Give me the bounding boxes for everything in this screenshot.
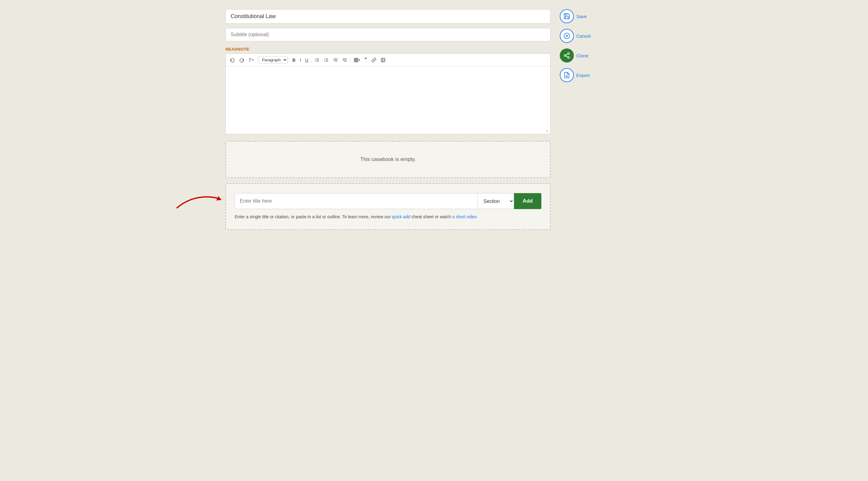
- quick-add-link[interactable]: quick add: [392, 214, 410, 219]
- svg-point-24: [382, 59, 383, 60]
- svg-point-10: [324, 60, 325, 60]
- export-icon-container: [560, 68, 574, 82]
- save-action[interactable]: Save: [560, 9, 587, 23]
- save-icon-container: [560, 9, 574, 23]
- editor-resize-handle: ⤡: [226, 128, 550, 134]
- clone-action[interactable]: Clone: [560, 49, 588, 63]
- clone-icon: [563, 52, 570, 59]
- editor-toolbar: T ✕ Paragraph Heading 1 Heading 2 Headin…: [226, 54, 550, 66]
- add-title-input[interactable]: [235, 193, 478, 209]
- toolbar-sep-1: [257, 57, 257, 63]
- cancel-icon: [563, 32, 570, 39]
- ordered-list-button[interactable]: 1. 2. 3.: [313, 56, 321, 64]
- bold-button[interactable]: B: [290, 56, 297, 64]
- svg-point-29: [568, 53, 569, 55]
- add-hint-text: Enter a single title or citation, or pas…: [235, 213, 541, 220]
- clear-format-button[interactable]: T ✕: [247, 56, 256, 64]
- svg-rect-18: [354, 58, 358, 62]
- svg-point-31: [568, 57, 569, 59]
- empty-casebook-text: This casebook is empty.: [360, 156, 415, 162]
- toolbar-sep-2: [289, 57, 289, 63]
- table-button[interactable]: ▾: [352, 56, 362, 64]
- hint-text-1: Enter a single title or citation, or pas…: [235, 214, 391, 219]
- italic-button[interactable]: I: [298, 56, 303, 64]
- sidebar: Save Cancel: [557, 6, 593, 475]
- editor-body[interactable]: [226, 66, 550, 128]
- save-label: Save: [576, 14, 587, 19]
- title-input[interactable]: [225, 9, 551, 24]
- image-button[interactable]: [379, 56, 388, 64]
- export-icon: [563, 72, 570, 78]
- svg-point-30: [564, 55, 566, 56]
- section-type-select[interactable]: Section Resource Temp: [478, 193, 514, 209]
- underline-button[interactable]: U: [303, 56, 310, 64]
- cancel-action[interactable]: Cancel: [560, 29, 591, 43]
- svg-point-11: [324, 61, 325, 62]
- short-video-link[interactable]: a short video: [452, 214, 477, 219]
- add-button[interactable]: Add: [514, 193, 541, 209]
- svg-line-32: [566, 56, 568, 57]
- toolbar-sep-3: [311, 57, 312, 63]
- empty-casebook-box: This casebook is empty.: [225, 141, 551, 178]
- cancel-icon-container: [560, 29, 574, 43]
- link-button[interactable]: [370, 56, 378, 64]
- paragraph-select[interactable]: Paragraph Heading 1 Heading 2 Heading 3: [258, 56, 288, 64]
- headnote-label: HEADNOTE: [225, 47, 551, 52]
- svg-line-33: [566, 54, 568, 55]
- cancel-label: Cancel: [576, 33, 591, 39]
- outdent-button[interactable]: [340, 56, 349, 64]
- indent-button[interactable]: [331, 56, 340, 64]
- redo-button[interactable]: [238, 56, 246, 64]
- blockquote-button[interactable]: ": [363, 56, 369, 64]
- undo-button[interactable]: [228, 56, 237, 64]
- unordered-list-button[interactable]: [322, 56, 331, 64]
- clone-label: Clone: [576, 53, 588, 58]
- add-section-row: Section Resource Temp Add: [235, 193, 541, 209]
- clone-icon-container: [560, 49, 574, 63]
- page-wrapper: HEADNOTE: [219, 6, 649, 475]
- export-label: Export: [576, 73, 589, 78]
- svg-point-9: [324, 59, 325, 59]
- editor-container: T ✕ Paragraph Heading 1 Heading 2 Headin…: [225, 53, 551, 134]
- main-content: HEADNOTE: [219, 6, 557, 475]
- save-icon: [563, 13, 570, 20]
- svg-marker-25: [216, 196, 221, 200]
- add-section-box: Section Resource Temp Add Enter a single…: [225, 183, 551, 230]
- export-action[interactable]: Export: [560, 68, 589, 82]
- hint-text-2: cheat sheet or watch: [411, 214, 451, 219]
- subtitle-input[interactable]: [225, 28, 551, 41]
- arrow-annotation: [171, 186, 226, 211]
- svg-text:3.: 3.: [315, 60, 316, 62]
- resize-icon: ⤡: [545, 128, 549, 133]
